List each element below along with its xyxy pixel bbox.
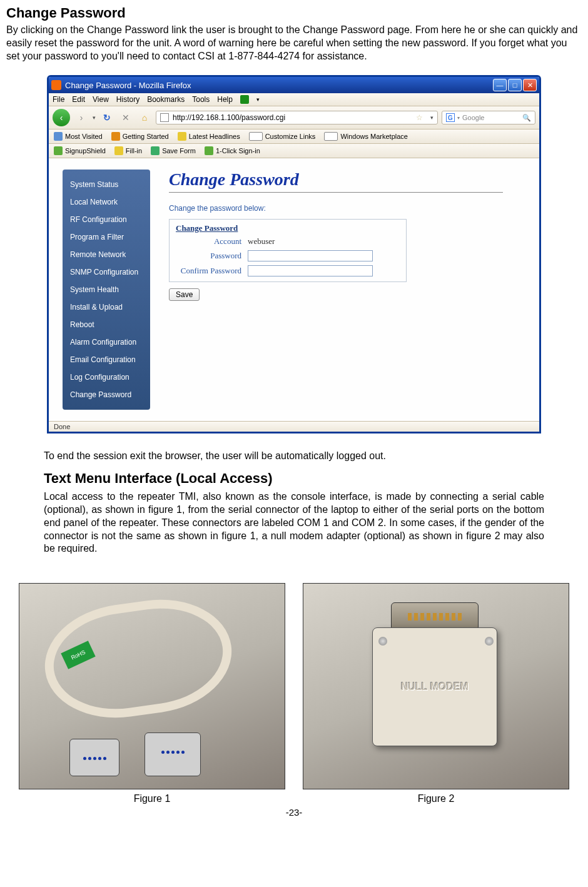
content-heading: Change Password [169,170,520,190]
confirm-password-input[interactable] [248,265,373,276]
figure-2-image: NULL MODEM [303,583,569,789]
sidenav-email-configuration[interactable]: Email Configuration [63,351,150,368]
search-bar[interactable]: G ▾ Google 🔍 [442,111,535,124]
menu-bookmarks[interactable]: Bookmarks [147,95,185,104]
password-input[interactable] [248,250,373,261]
confirm-password-label: Confirm Password [176,266,248,276]
firefox-icon [51,80,61,90]
sidenav-install-upload[interactable]: Install & Upload [63,298,150,316]
menu-view[interactable]: View [93,95,109,104]
menu-tools[interactable]: Tools [192,95,210,104]
sidenav-remote-network[interactable]: Remote Network [63,246,150,263]
toolbar-fillin[interactable]: Fill-in [114,146,142,155]
change-password-form: Change Password Account webuser Password… [169,219,407,282]
page-icon [160,113,169,122]
bookmark-getting-started[interactable]: Getting Started [111,132,169,141]
sidenav-system-health[interactable]: System Health [63,281,150,298]
shield-icon [205,146,213,155]
stop-button[interactable]: ✕ [118,110,133,125]
back-button[interactable]: ‹ [53,109,70,126]
sidenav-local-network[interactable]: Local Network [63,193,150,211]
sidenav-alarm-configuration[interactable]: Alarm Configuration [63,333,150,351]
sidenav-reboot[interactable]: Reboot [63,316,150,333]
heading-underline [169,192,503,193]
history-dropdown-icon[interactable]: ▾ [93,114,96,121]
window-title: Change Password - Mozilla Firefox [65,81,493,90]
pencil-icon [114,146,123,155]
paragraph-post-screenshot: To end the session exit the browser, the… [44,450,544,463]
signupshield-toolbar: SignupShield Fill-in Save Form 1-Click S… [49,144,539,158]
page-icon [324,132,338,141]
account-value: webuser [248,236,275,246]
save-icon [151,146,160,155]
side-navigation: System Status Local Network RF Configura… [63,170,150,410]
status-text: Done [54,423,70,430]
window-titlebar: Change Password - Mozilla Firefox — □ ✕ [49,77,539,93]
bookmark-customize-links[interactable]: Customize Links [249,132,316,141]
folder-icon [54,132,63,141]
figure-1-caption: Figure 1 [19,793,285,804]
paragraph-local-access: Local access to the repeater TMI, also k… [44,490,544,555]
shield-icon[interactable] [240,95,249,104]
rss-icon [178,132,186,141]
shield-icon [54,146,63,155]
heading-text-menu-interface: Text Menu Interface (Local Access) [44,470,544,487]
sidenav-rf-configuration[interactable]: RF Configuration [63,211,150,228]
figure-1-image: RoHS [19,583,285,789]
sidenav-change-password[interactable]: Change Password [63,386,150,403]
figure-2-caption: Figure 2 [303,793,569,804]
browser-screenshot: Change Password - Mozilla Firefox — □ ✕ … [6,75,582,444]
instruction-text: Change the password below: [169,204,520,213]
form-title: Change Password [170,220,406,235]
reload-button[interactable]: ↻ [99,110,114,125]
menu-dropdown-icon[interactable]: ▾ [256,96,260,103]
menu-help[interactable]: Help [217,95,233,104]
toolbar-signupshield[interactable]: SignupShield [54,146,106,155]
page-icon [249,132,263,141]
search-engine-dropdown-icon[interactable]: ▾ [457,115,460,121]
menu-file[interactable]: File [53,95,64,104]
forward-button[interactable]: › [74,110,89,125]
url-bar[interactable]: http://192.168.1.100/password.cgi ☆ ▾ [156,111,438,124]
maximize-button[interactable]: □ [508,79,522,91]
page-number: -23- [6,807,582,824]
bookmarks-toolbar: Most Visited Getting Started Latest Head… [49,129,539,144]
minimize-button[interactable]: — [493,79,507,91]
search-icon[interactable]: 🔍 [522,114,531,122]
bookmark-most-visited[interactable]: Most Visited [54,132,103,141]
menu-bar: File Edit View History Bookmarks Tools H… [49,93,539,106]
toolbar-saveform[interactable]: Save Form [151,146,196,155]
toolbar-oneclick[interactable]: 1-Click Sign-in [205,146,260,155]
sidenav-program-filter[interactable]: Program a Filter [63,228,150,246]
bookmark-windows-marketplace[interactable]: Windows Marketplace [324,132,408,141]
sidenav-system-status[interactable]: System Status [63,176,150,193]
url-text: http://192.168.1.100/password.cgi [173,113,285,122]
home-button[interactable]: ⌂ [137,110,152,125]
account-label: Account [176,236,248,246]
navigation-toolbar: ‹ › ▾ ↻ ✕ ⌂ http://192.168.1.100/passwor… [49,106,539,129]
sidenav-log-configuration[interactable]: Log Configuration [63,368,150,386]
main-panel: Change Password Change the password belo… [150,170,539,410]
firefox-icon [111,132,120,141]
page-content: System Status Local Network RF Configura… [49,158,539,421]
url-dropdown-icon[interactable]: ▾ [430,114,433,121]
search-placeholder: Google [462,114,484,121]
save-button[interactable]: Save [169,288,200,301]
close-button[interactable]: ✕ [523,79,537,91]
google-icon: G [446,113,455,122]
null-modem-label: NULL MODEM [400,681,469,712]
paragraph-intro: By clicking on the Change Password link … [6,24,582,63]
sidenav-snmp-configuration[interactable]: SNMP Configuration [63,263,150,281]
figure-2: NULL MODEM Figure 2 [303,583,569,804]
menu-history[interactable]: History [116,95,139,104]
figure-1: RoHS Figure 1 [19,583,285,804]
bookmark-star-icon[interactable]: ☆ [412,113,427,122]
menu-edit[interactable]: Edit [72,95,85,104]
figures-row: RoHS Figure 1 NULL MODEM Figure 2 [6,568,582,804]
bookmark-latest-headlines[interactable]: Latest Headlines [178,132,240,141]
status-bar: Done [49,421,539,432]
heading-change-password: Change Password [6,5,582,21]
password-label: Password [176,251,248,261]
